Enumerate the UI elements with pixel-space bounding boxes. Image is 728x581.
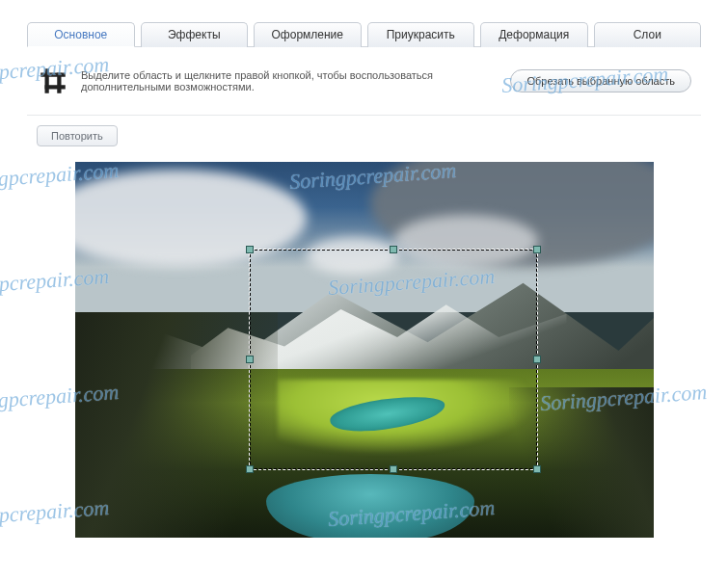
tab-layers[interactable]: Слои bbox=[594, 22, 702, 47]
crop-handle-nw[interactable] bbox=[246, 246, 254, 253]
crop-handle-ne[interactable] bbox=[533, 246, 541, 253]
image-lake bbox=[266, 474, 474, 538]
tab-basic[interactable]: Основное bbox=[27, 22, 135, 47]
crop-toolbar: Выделите область и щелкните правой кнопк… bbox=[27, 47, 701, 116]
secondary-toolbar: Повторить bbox=[27, 116, 701, 158]
image-shadow bbox=[75, 312, 278, 538]
crop-handle-n[interactable] bbox=[390, 246, 397, 253]
crop-handle-sw[interactable] bbox=[246, 465, 254, 473]
crop-handle-e[interactable] bbox=[533, 356, 541, 363]
image-canvas[interactable] bbox=[75, 162, 654, 538]
crop-icon bbox=[37, 65, 69, 97]
repeat-button[interactable]: Повторить bbox=[37, 125, 118, 146]
svg-rect-2 bbox=[57, 73, 61, 93]
tab-deform[interactable]: Деформация bbox=[480, 22, 588, 47]
svg-rect-1 bbox=[40, 73, 66, 77]
crop-handle-s[interactable] bbox=[390, 465, 397, 473]
svg-rect-0 bbox=[45, 68, 49, 93]
canvas-area bbox=[27, 158, 701, 547]
crop-handle-se[interactable] bbox=[533, 465, 541, 473]
main-tabs: Основное Эффекты Оформление Приукрасить … bbox=[27, 21, 701, 47]
crop-selected-button[interactable]: Обрезать выбранную область bbox=[510, 69, 691, 92]
tab-decoration[interactable]: Оформление bbox=[254, 22, 362, 47]
crop-handle-w[interactable] bbox=[246, 356, 254, 363]
app-frame: Основное Эффекты Оформление Приукрасить … bbox=[0, 0, 728, 557]
crop-hint-text: Выделите область и щелкните правой кнопк… bbox=[81, 69, 499, 92]
crop-selection[interactable] bbox=[249, 249, 538, 470]
tab-beautify[interactable]: Приукрасить bbox=[367, 22, 475, 47]
svg-rect-3 bbox=[45, 85, 66, 89]
tab-effects[interactable]: Эффекты bbox=[141, 22, 249, 47]
